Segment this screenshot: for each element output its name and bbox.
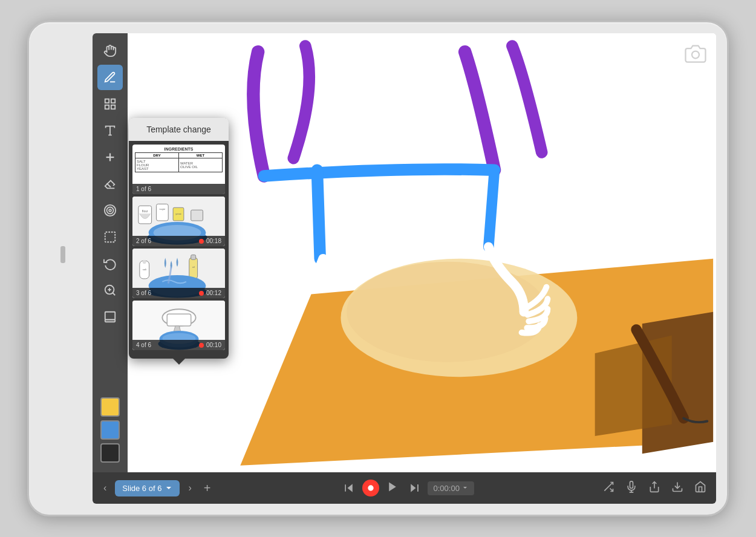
svg-marker-49 bbox=[347, 484, 352, 492]
slide-3-text: 3 of 6 bbox=[136, 290, 197, 296]
prev-slide-button[interactable]: ‹ bbox=[100, 480, 110, 496]
download-button[interactable] bbox=[669, 478, 686, 498]
slide-2-label: 2 of 6 00:18 bbox=[132, 236, 225, 246]
slide-1-label: 1 of 6 bbox=[132, 184, 225, 194]
svg-text:salt: salt bbox=[143, 268, 147, 271]
slide-3-dot bbox=[199, 291, 204, 296]
color-swatch-dark[interactable] bbox=[100, 443, 120, 463]
slide-2-text: 2 of 6 bbox=[136, 238, 197, 244]
svg-point-15 bbox=[109, 209, 111, 212]
slide-4-text: 4 of 6 bbox=[136, 342, 197, 348]
svg-text:sugar: sugar bbox=[159, 207, 166, 210]
main-area: Template change INGREDIENTS DRY WET bbox=[93, 33, 716, 472]
template-slide-4[interactable]: 4 of 6 00:10 bbox=[132, 301, 225, 350]
svg-rect-25 bbox=[156, 204, 168, 221]
template-popup-title: Template change bbox=[146, 125, 211, 134]
svg-point-48 bbox=[692, 51, 699, 59]
add-slide-button[interactable]: + bbox=[200, 479, 215, 498]
svg-text:yeast: yeast bbox=[175, 212, 181, 215]
transport-controls bbox=[341, 478, 423, 498]
svg-rect-7 bbox=[111, 105, 115, 109]
add-tool[interactable] bbox=[97, 145, 123, 170]
color-swatch-yellow[interactable] bbox=[100, 397, 120, 417]
slide-3-time: 00:12 bbox=[206, 290, 221, 296]
svg-point-4 bbox=[347, 262, 547, 362]
svg-marker-2 bbox=[595, 336, 672, 436]
svg-rect-29 bbox=[191, 210, 203, 221]
template-slide-2[interactable]: flour sugar yeast bbox=[132, 197, 225, 246]
svg-rect-6 bbox=[111, 99, 115, 103]
right-controls bbox=[600, 478, 709, 498]
select-tool[interactable] bbox=[97, 224, 123, 250]
shuffle-button[interactable] bbox=[600, 478, 617, 498]
template-slide-3[interactable]: salt oil bbox=[132, 249, 225, 298]
time-text: 0:00:00 bbox=[434, 484, 460, 493]
slide-3-label: 3 of 6 00:12 bbox=[132, 288, 225, 298]
svg-rect-16 bbox=[105, 232, 116, 242]
undo-tool[interactable] bbox=[97, 251, 123, 276]
svg-marker-52 bbox=[389, 482, 396, 491]
svg-rect-22 bbox=[105, 320, 116, 322]
slide-1-text: 1 of 6 bbox=[136, 186, 221, 192]
layers-tool[interactable] bbox=[97, 304, 123, 330]
template-slide-1[interactable]: INGREDIENTS DRY WET SALTFLOURYEAST WATER… bbox=[132, 145, 225, 194]
svg-line-18 bbox=[112, 293, 115, 295]
toolbar bbox=[93, 33, 128, 472]
slide-4-dot bbox=[199, 343, 204, 348]
color-swatch-blue[interactable] bbox=[100, 420, 120, 440]
shapes-tool[interactable] bbox=[97, 91, 123, 117]
svg-text:flour: flour bbox=[142, 210, 148, 213]
bottom-bar: ‹ Slide 6 of 6 › + bbox=[93, 472, 716, 504]
svg-point-34 bbox=[143, 260, 146, 264]
volume-button[interactable] bbox=[60, 246, 65, 263]
hand-tool[interactable] bbox=[97, 38, 123, 63]
svg-marker-53 bbox=[411, 484, 415, 492]
slide-indicator-text: Slide 6 of 6 bbox=[122, 484, 161, 493]
zoom-tool[interactable] bbox=[97, 278, 123, 303]
svg-point-14 bbox=[107, 207, 114, 214]
slide-indicator[interactable]: Slide 6 of 6 bbox=[115, 480, 180, 496]
slide-2-time: 00:18 bbox=[206, 238, 221, 244]
svg-rect-5 bbox=[105, 99, 109, 103]
template-popup: Template change INGREDIENTS DRY WET bbox=[129, 118, 229, 359]
mic-button[interactable] bbox=[623, 478, 640, 498]
target-tool[interactable] bbox=[97, 198, 123, 223]
slide-2-dot bbox=[199, 239, 204, 244]
slide-4-label: 4 of 6 00:10 bbox=[132, 340, 225, 350]
text-tool[interactable] bbox=[97, 118, 123, 143]
pencil-tool[interactable] bbox=[97, 65, 123, 90]
svg-rect-37 bbox=[191, 255, 196, 259]
template-popup-header: Template change bbox=[129, 118, 229, 141]
svg-point-51 bbox=[368, 485, 373, 490]
svg-rect-42 bbox=[167, 314, 191, 326]
fast-forward-button[interactable] bbox=[406, 480, 423, 496]
svg-rect-21 bbox=[105, 312, 116, 320]
home-button[interactable] bbox=[692, 478, 709, 498]
record-button[interactable] bbox=[362, 480, 379, 496]
rewind-button[interactable] bbox=[341, 480, 357, 496]
svg-text:oil: oil bbox=[192, 265, 195, 268]
next-slide-button[interactable]: › bbox=[184, 480, 195, 496]
time-display[interactable]: 0:00:00 bbox=[428, 481, 474, 495]
camera-icon[interactable] bbox=[685, 43, 706, 67]
tablet-frame: Template change INGREDIENTS DRY WET bbox=[27, 21, 729, 516]
play-button[interactable] bbox=[384, 478, 401, 498]
slide-4-time: 00:10 bbox=[206, 342, 221, 348]
share-button[interactable] bbox=[646, 478, 663, 498]
tablet-screen: Template change INGREDIENTS DRY WET bbox=[93, 33, 716, 504]
eraser-tool[interactable] bbox=[97, 171, 123, 197]
template-slides-list: INGREDIENTS DRY WET SALTFLOURYEAST WATER… bbox=[129, 141, 229, 354]
svg-rect-8 bbox=[105, 105, 109, 109]
